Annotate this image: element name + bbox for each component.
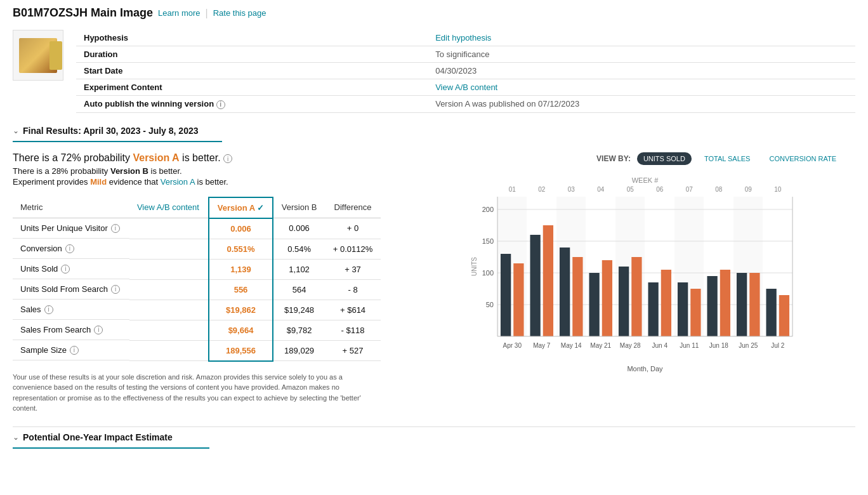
info-row-experiment-content: Experiment Content View A/B content (76, 79, 855, 96)
svg-text:UNITS: UNITS (471, 256, 478, 275)
svg-text:03: 03 (568, 186, 575, 193)
conversion-rate-button[interactable]: CONVERSION RATE (763, 152, 843, 165)
page-header: B01M7OZSJH Main Image Learn more | Rate … (13, 6, 855, 20)
svg-rect-55 (779, 295, 789, 336)
info-row-start-date: Start Date 04/30/2023 (76, 63, 855, 79)
right-panel: VIEW BY: UNITS SOLD TOTAL SALES CONVERSI… (419, 152, 855, 414)
metrics-table: Metric View A/B content Version A ✓ Vers… (13, 197, 381, 362)
svg-text:08: 08 (715, 186, 723, 193)
rate-page-link[interactable]: Rate this page (213, 8, 266, 18)
evidence-end: is better. (197, 177, 228, 187)
version-a-value: 0.006 (209, 218, 273, 239)
product-thumbnail (19, 38, 57, 73)
version-b-bold: Version B (110, 166, 148, 176)
potential-header: ⌄ Potential One-Year Impact Estimate (13, 432, 209, 449)
svg-text:10: 10 (774, 186, 782, 193)
svg-rect-43 (690, 289, 700, 336)
mild-label: Mild (90, 177, 107, 187)
header-divider: | (206, 8, 208, 19)
metric-info-icon[interactable]: i (44, 305, 53, 314)
view-by-label: VIEW BY: (596, 154, 631, 163)
svg-text:Jun 25: Jun 25 (739, 342, 758, 349)
svg-text:01: 01 (509, 186, 516, 193)
metric-info-icon[interactable]: i (111, 224, 120, 233)
svg-text:100: 100 (482, 269, 494, 277)
svg-rect-42 (678, 282, 688, 336)
version-b-value: $19,248 (273, 300, 325, 320)
probability-evidence-text: Experiment provides Mild evidence that V… (13, 177, 406, 187)
probability-info-icon[interactable]: i (223, 154, 232, 163)
metric-info-icon[interactable]: i (70, 346, 79, 355)
metric-name-cell: Units Sold From Search i (13, 279, 129, 300)
svg-text:May 21: May 21 (590, 342, 611, 349)
svg-rect-51 (749, 273, 760, 336)
version-b-value: $9,782 (273, 320, 325, 340)
metric-info-icon[interactable]: i (65, 244, 74, 253)
svg-rect-54 (766, 289, 776, 336)
svg-rect-46 (707, 276, 717, 336)
svg-text:Apr 30: Apr 30 (503, 342, 522, 349)
units-sold-button[interactable]: UNITS SOLD (637, 152, 692, 165)
metric-info-icon[interactable]: i (111, 285, 120, 294)
table-row: Sample Size i 189,556 189,029 + 527 (13, 340, 381, 361)
version-a-value: $19,862 (209, 300, 273, 320)
page-title: B01M7OZSJH Main Image (13, 6, 153, 20)
svg-text:50: 50 (486, 301, 494, 308)
chart-svg: 5010015020001Apr 3002May 703May 1404May … (469, 171, 805, 374)
metric-name-cell: Sales From Search i (13, 320, 129, 340)
total-sales-button[interactable]: TOTAL SALES (698, 152, 757, 165)
experiment-content-label: Experiment Content (76, 79, 428, 96)
svg-rect-39 (661, 270, 671, 336)
version-a-value: 1,139 (209, 259, 273, 279)
version-a-value: $9,664 (209, 320, 273, 340)
potential-section: ⌄ Potential One-Year Impact Estimate (13, 426, 855, 449)
prob-sub-suffix: is better. (151, 166, 182, 176)
duration-label: Duration (76, 46, 428, 63)
difference-value: - 8 (325, 279, 381, 300)
edit-hypothesis-link[interactable]: Edit hypothesis (435, 33, 491, 43)
metric-name-cell: Conversion i (13, 239, 129, 259)
info-table: Hypothesis Edit hypothesis Duration To s… (76, 30, 855, 113)
prob-prefix: There is a 72% probability (13, 152, 133, 163)
auto-publish-value: Version A was published on 07/12/2023 (428, 96, 855, 113)
view-ab-content-link[interactable]: View A/B content (435, 82, 497, 92)
difference-value: + 37 (325, 259, 381, 279)
svg-rect-22 (530, 235, 540, 336)
svg-rect-34 (619, 267, 629, 336)
svg-text:Jul 2: Jul 2 (771, 342, 785, 349)
auto-publish-label: Auto publish the winning version i (76, 96, 428, 113)
metric-info-icon[interactable]: i (61, 265, 70, 274)
table-row: Units Sold i 1,139 1,102 + 37 (13, 259, 381, 279)
version-a-value: 189,556 (209, 340, 273, 361)
table-row: Units Sold From Search i 556 564 - 8 (13, 279, 381, 300)
info-row-auto-publish: Auto publish the winning version i Versi… (76, 96, 855, 113)
metric-name-cell: Units Sold i (13, 259, 129, 279)
svg-text:Jun 11: Jun 11 (680, 342, 699, 349)
svg-text:07: 07 (686, 186, 694, 193)
svg-rect-31 (602, 260, 612, 336)
probability-sub-text: There is a 28% probability Version B is … (13, 166, 406, 176)
svg-rect-19 (513, 263, 523, 336)
svg-text:02: 02 (538, 186, 546, 193)
difference-value: + 0 (325, 218, 381, 239)
hypothesis-value: Edit hypothesis (428, 30, 855, 46)
version-b-value: 0.54% (273, 239, 325, 259)
learn-more-link[interactable]: Learn more (158, 8, 200, 18)
hypothesis-label: Hypothesis (76, 30, 428, 46)
version-a-highlight: Version A (133, 152, 179, 163)
difference-col-header: Difference (325, 197, 381, 218)
info-section: Hypothesis Edit hypothesis Duration To s… (13, 30, 855, 113)
auto-publish-info-icon[interactable]: i (216, 100, 225, 109)
version-b-value: 1,102 (273, 259, 325, 279)
view-ab-table-link[interactable]: View A/B content (137, 202, 199, 212)
duration-value: To significance (428, 46, 855, 63)
svg-rect-35 (631, 257, 641, 336)
svg-rect-18 (501, 254, 511, 336)
svg-text:Jun 18: Jun 18 (709, 342, 728, 349)
svg-text:May 14: May 14 (561, 342, 582, 349)
difference-value: + 0.0112% (325, 239, 381, 259)
metric-info-icon[interactable]: i (94, 326, 103, 334)
chevron-down-icon: ⌄ (13, 126, 19, 135)
metric-name-cell: Units Per Unique Visitor i (13, 218, 129, 239)
version-a-value: 0.551% (209, 239, 273, 259)
